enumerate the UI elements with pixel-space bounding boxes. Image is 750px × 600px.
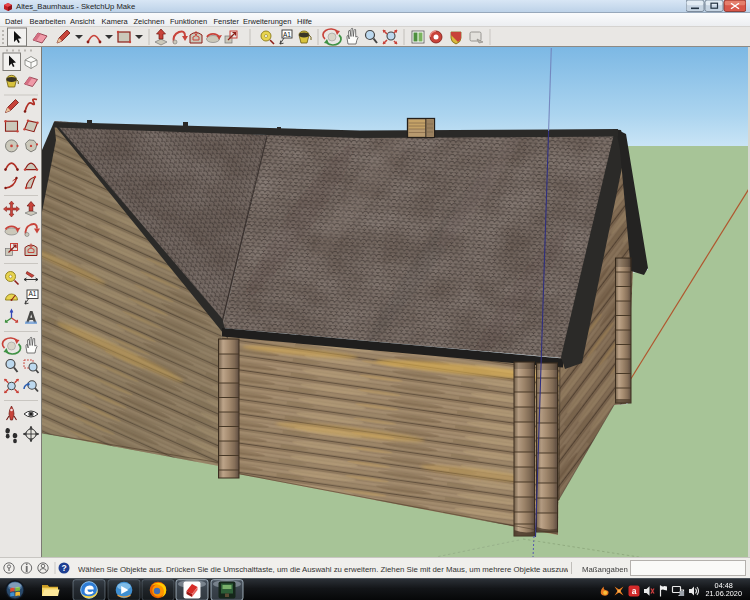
svg-text:A1: A1 <box>29 290 37 297</box>
svg-text:a: a <box>632 586 637 596</box>
svg-text:?: ? <box>61 563 66 573</box>
svg-text:A1: A1 <box>283 31 291 38</box>
